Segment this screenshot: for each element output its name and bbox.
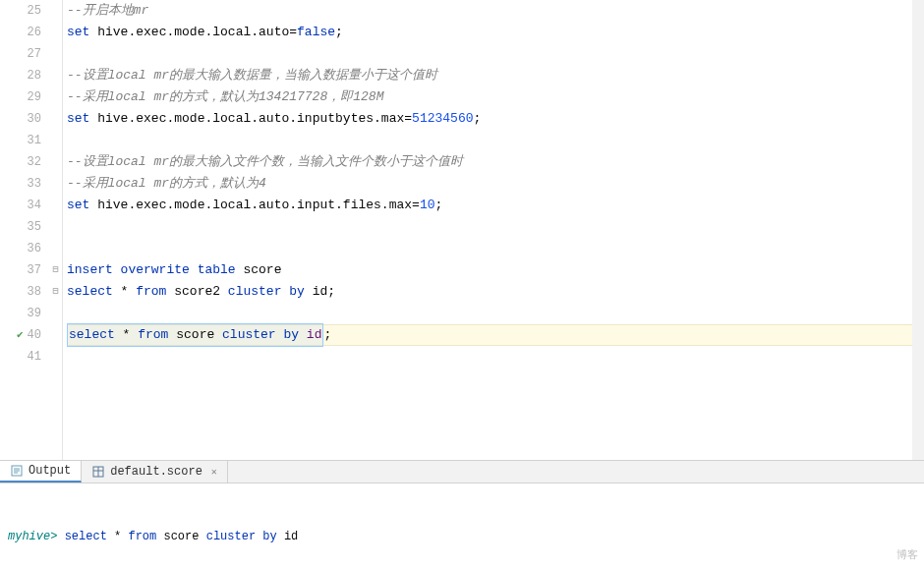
code-line[interactable] bbox=[67, 130, 924, 151]
console-query-line: myhive> select * from score cluster by i… bbox=[8, 527, 916, 546]
code-line[interactable] bbox=[67, 216, 924, 238]
line-number: 36 bbox=[0, 238, 41, 259]
code-line[interactable]: --设置local mr的最大输入文件个数，当输入文件个数小于这个值时 bbox=[67, 151, 924, 173]
line-number: 30 bbox=[0, 108, 41, 130]
code-line[interactable]: --开启本地mr bbox=[67, 0, 924, 22]
line-number: 28 bbox=[0, 65, 41, 86]
fold-marker bbox=[49, 108, 62, 130]
fold-marker bbox=[49, 43, 62, 65]
output-console[interactable]: myhive> select * from score cluster by i… bbox=[0, 483, 924, 568]
code-line[interactable]: select * from score cluster by id; bbox=[67, 324, 924, 346]
line-number: 29 bbox=[0, 86, 41, 108]
line-number: 31 bbox=[0, 130, 41, 151]
code-line[interactable]: --设置local mr的最大输入数据量，当输入数据量小于这个值时 bbox=[67, 65, 924, 86]
fold-marker bbox=[49, 22, 62, 43]
code-line[interactable] bbox=[67, 43, 924, 65]
line-number: 27 bbox=[0, 43, 41, 65]
fold-marker bbox=[49, 216, 62, 238]
line-number: 26 bbox=[0, 22, 41, 43]
line-number: 25 bbox=[0, 0, 41, 22]
scrollbar-vertical[interactable] bbox=[912, 0, 924, 460]
code-editor[interactable]: 252627282930313233343536373839✔4041 ⊟⊟ -… bbox=[0, 0, 924, 460]
fold-marker bbox=[49, 65, 62, 86]
line-number: 32 bbox=[0, 151, 41, 173]
code-line[interactable]: set hive.exec.mode.local.auto=false; bbox=[67, 22, 924, 43]
code-line[interactable] bbox=[67, 346, 924, 368]
tab-output[interactable]: Output bbox=[0, 461, 82, 483]
bottom-tabs: Output default.score ✕ bbox=[0, 460, 924, 483]
line-number: 37 bbox=[0, 259, 41, 281]
code-line[interactable]: set hive.exec.mode.local.auto.inputbytes… bbox=[67, 108, 924, 130]
fold-marker bbox=[49, 151, 62, 173]
check-icon: ✔ bbox=[17, 324, 24, 346]
table-icon bbox=[91, 465, 105, 479]
fold-marker bbox=[49, 173, 62, 195]
tab-output-label: Output bbox=[29, 464, 71, 478]
fold-marker bbox=[49, 0, 62, 22]
line-number: ✔40 bbox=[0, 324, 41, 346]
fold-marker bbox=[49, 238, 62, 259]
line-number: 41 bbox=[0, 346, 41, 368]
code-line[interactable]: insert overwrite table score bbox=[67, 259, 924, 281]
code-line[interactable]: --采用local mr的方式，默认为4 bbox=[67, 173, 924, 195]
tab-table-label: default.score bbox=[110, 465, 202, 479]
tab-table[interactable]: default.score ✕ bbox=[82, 461, 228, 483]
line-number: 39 bbox=[0, 303, 41, 324]
line-number: 38 bbox=[0, 281, 41, 303]
line-number: 34 bbox=[0, 195, 41, 216]
fold-marker bbox=[49, 195, 62, 216]
code-line[interactable]: select * from score2 cluster by id; bbox=[67, 281, 924, 303]
code-line[interactable] bbox=[67, 238, 924, 259]
line-number: 35 bbox=[0, 216, 41, 238]
line-number: 33 bbox=[0, 173, 41, 195]
console-prompt: myhive> bbox=[8, 530, 57, 543]
fold-marker bbox=[49, 130, 62, 151]
fold-marker bbox=[49, 324, 62, 346]
fold-marker[interactable]: ⊟ bbox=[49, 259, 62, 281]
code-line[interactable] bbox=[67, 303, 924, 324]
selected-statement[interactable]: select * from score cluster by id bbox=[67, 323, 323, 347]
code-line[interactable]: --采用local mr的方式，默认为134217728，即128M bbox=[67, 86, 924, 108]
fold-marker bbox=[49, 86, 62, 108]
fold-marker bbox=[49, 303, 62, 324]
fold-column[interactable]: ⊟⊟ bbox=[49, 0, 63, 460]
fold-marker bbox=[49, 346, 62, 368]
code-area[interactable]: --开启本地mrset hive.exec.mode.local.auto=fa… bbox=[63, 0, 924, 460]
code-line[interactable]: set hive.exec.mode.local.auto.input.file… bbox=[67, 195, 924, 216]
line-number-gutter: 252627282930313233343536373839✔4041 bbox=[0, 0, 49, 460]
output-icon bbox=[10, 464, 24, 478]
fold-marker[interactable]: ⊟ bbox=[49, 281, 62, 303]
close-icon[interactable]: ✕ bbox=[211, 466, 217, 478]
